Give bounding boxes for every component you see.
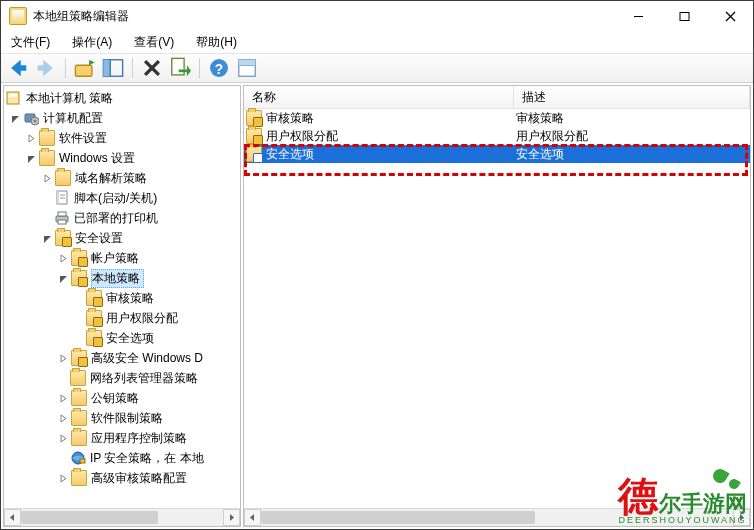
tree-user-rights[interactable]: 用户权限分配 bbox=[4, 308, 240, 328]
tree-label: 高级安全 Windows D bbox=[91, 350, 203, 367]
tree-name-resolution-policy[interactable]: 域名解析策略 bbox=[4, 168, 240, 188]
tree-label: 已部署的打印机 bbox=[74, 210, 158, 227]
tree-windows-settings[interactable]: Windows 设置 bbox=[4, 148, 240, 168]
tree-label: 公钥策略 bbox=[91, 390, 139, 407]
tree-label: 用户权限分配 bbox=[106, 310, 178, 327]
tree-advanced-audit[interactable]: 高级审核策略配置 bbox=[4, 468, 240, 488]
menu-help[interactable]: 帮助(H) bbox=[192, 32, 241, 53]
scroll-right-button[interactable] bbox=[223, 509, 240, 526]
folder-lock-icon bbox=[246, 128, 262, 144]
help-button[interactable]: ? bbox=[208, 57, 230, 79]
folder-lock-icon bbox=[71, 350, 87, 366]
list-view[interactable]: 审核策略 审核策略 用户权限分配 用户权限分配 安全选项 安全选项 bbox=[244, 109, 750, 508]
folder-lock-icon bbox=[86, 290, 102, 306]
list-hscrollbar[interactable] bbox=[244, 508, 750, 526]
menu-view[interactable]: 查看(V) bbox=[130, 32, 178, 53]
list-item[interactable]: 用户权限分配 用户权限分配 bbox=[244, 127, 750, 145]
tree-label: 网络列表管理器策略 bbox=[90, 370, 198, 387]
chevron-right-icon[interactable] bbox=[56, 431, 70, 445]
properties-button[interactable] bbox=[236, 57, 258, 79]
tree-label: 安全设置 bbox=[75, 230, 123, 247]
tree-advanced-firewall[interactable]: 高级安全 Windows D bbox=[4, 348, 240, 368]
svg-rect-1 bbox=[680, 12, 689, 20]
svg-rect-26 bbox=[58, 220, 66, 224]
tree-label: 审核策略 bbox=[106, 290, 154, 307]
chevron-right-icon[interactable] bbox=[56, 251, 70, 265]
folder-lock-icon bbox=[86, 330, 102, 346]
scroll-left-button[interactable] bbox=[4, 509, 21, 526]
column-name[interactable]: 名称 bbox=[244, 86, 514, 108]
scroll-left-button[interactable] bbox=[244, 509, 261, 526]
tree-software-settings[interactable]: 软件设置 bbox=[4, 128, 240, 148]
tree-local-policies[interactable]: 本地策略 bbox=[4, 268, 240, 288]
back-button[interactable] bbox=[7, 57, 29, 79]
svg-rect-10 bbox=[172, 58, 184, 75]
export-button[interactable] bbox=[169, 57, 191, 79]
chevron-right-icon[interactable] bbox=[56, 471, 70, 485]
tree-hscrollbar[interactable] bbox=[4, 508, 240, 526]
script-icon bbox=[54, 190, 70, 206]
tree-label: 安全选项 bbox=[106, 330, 154, 347]
folder-icon bbox=[71, 390, 87, 406]
svg-rect-25 bbox=[58, 212, 66, 216]
chevron-down-icon[interactable] bbox=[24, 151, 38, 165]
chevron-down-icon[interactable] bbox=[8, 111, 22, 125]
tree-computer-config[interactable]: 计算机配置 bbox=[4, 108, 240, 128]
delete-button[interactable] bbox=[141, 57, 163, 79]
svg-rect-28 bbox=[80, 459, 85, 463]
svg-point-20 bbox=[34, 120, 37, 123]
tree-security-settings[interactable]: 安全设置 bbox=[4, 228, 240, 248]
list-item[interactable]: 审核策略 审核策略 bbox=[244, 109, 750, 127]
tree-label: 域名解析策略 bbox=[75, 170, 147, 187]
tree-audit-policy[interactable]: 审核策略 bbox=[4, 288, 240, 308]
chevron-right-icon[interactable] bbox=[56, 411, 70, 425]
folder-icon bbox=[71, 470, 87, 486]
tree-deployed-printers[interactable]: 已部署的打印机 bbox=[4, 208, 240, 228]
chevron-down-icon[interactable] bbox=[40, 231, 54, 245]
folder-icon bbox=[71, 430, 87, 446]
scroll-right-button[interactable] bbox=[733, 509, 750, 526]
up-button[interactable] bbox=[74, 57, 96, 79]
tree-label: 高级审核策略配置 bbox=[91, 470, 187, 487]
folder-lock-icon bbox=[71, 250, 87, 266]
list-item[interactable]: 安全选项 安全选项 bbox=[244, 145, 750, 163]
chevron-right-icon[interactable] bbox=[56, 391, 70, 405]
tree-scripts[interactable]: 脚本(启动/关机) bbox=[4, 188, 240, 208]
maximize-button[interactable] bbox=[661, 1, 707, 31]
forward-button[interactable] bbox=[35, 57, 57, 79]
list-item-name: 用户权限分配 bbox=[266, 128, 338, 145]
svg-text:?: ? bbox=[215, 62, 223, 77]
globe-icon bbox=[70, 450, 86, 466]
tree-root[interactable]: 本地计算机 策略 bbox=[4, 88, 240, 108]
close-button[interactable] bbox=[707, 1, 753, 31]
tree-app-control[interactable]: 应用程序控制策略 bbox=[4, 428, 240, 448]
chevron-right-icon[interactable] bbox=[56, 351, 70, 365]
window-title: 本地组策略编辑器 bbox=[33, 8, 129, 25]
column-description[interactable]: 描述 bbox=[514, 86, 750, 108]
tree-account-policies[interactable]: 帐户策略 bbox=[4, 248, 240, 268]
minimize-button[interactable] bbox=[615, 1, 661, 31]
chevron-right-icon[interactable] bbox=[24, 131, 38, 145]
list-item-desc: 审核策略 bbox=[516, 111, 564, 125]
tree-software-restriction[interactable]: 软件限制策略 bbox=[4, 408, 240, 428]
menu-action[interactable]: 操作(A) bbox=[68, 32, 116, 53]
tree-label: 本地策略 bbox=[92, 271, 140, 285]
toolbar: ? bbox=[1, 54, 753, 83]
chevron-down-icon[interactable] bbox=[56, 271, 70, 285]
list-item-name: 安全选项 bbox=[266, 146, 314, 163]
tree-label: 计算机配置 bbox=[43, 110, 103, 127]
chevron-right-icon[interactable] bbox=[40, 171, 54, 185]
tree-security-options[interactable]: 安全选项 bbox=[4, 328, 240, 348]
tree-view[interactable]: 本地计算机 策略 计算机配置 软件设置 Windows 设置 域名解析策略 脚本… bbox=[4, 86, 240, 508]
show-hide-tree-button[interactable] bbox=[102, 57, 124, 79]
tree-ip-security[interactable]: IP 安全策略，在 本地 bbox=[4, 448, 240, 468]
menu-file[interactable]: 文件(F) bbox=[7, 32, 54, 53]
app-icon bbox=[9, 7, 27, 25]
printer-icon bbox=[54, 210, 70, 226]
tree-public-key-policies[interactable]: 公钥策略 bbox=[4, 388, 240, 408]
tree-nlm-policies[interactable]: 网络列表管理器策略 bbox=[4, 368, 240, 388]
folder-icon bbox=[39, 130, 55, 146]
list-item-desc: 用户权限分配 bbox=[516, 129, 588, 143]
tree-label: 软件限制策略 bbox=[91, 410, 163, 427]
folder-icon bbox=[39, 150, 55, 166]
